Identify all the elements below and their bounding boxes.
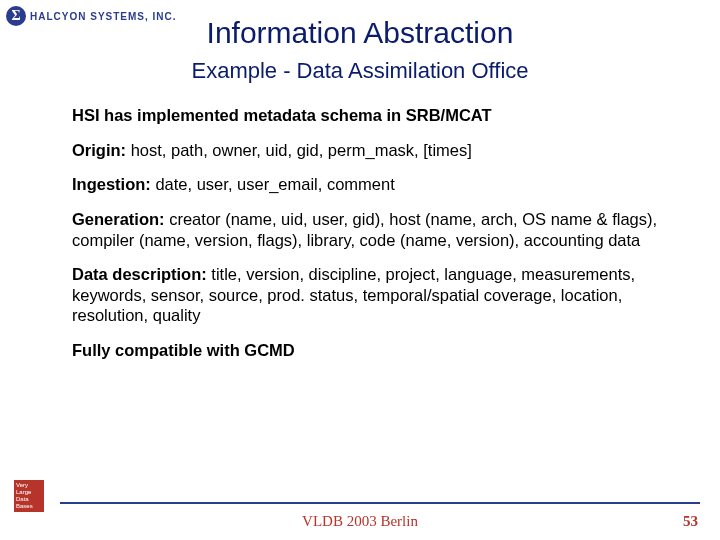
para-lead: Ingestion: (72, 175, 151, 193)
para-text: date, user, user_email, comment (151, 175, 395, 193)
para-lead: Data description: (72, 265, 207, 283)
slide-title: Information Abstraction (0, 16, 720, 50)
slide-subtitle: Example - Data Assimilation Office (0, 58, 720, 84)
footer-text: VLDB 2003 Berlin (0, 513, 720, 530)
para-lead: Origin: (72, 141, 126, 159)
slide-body: HSI has implemented metadata schema in S… (72, 105, 662, 375)
slide: Σ HALCYON SYSTEMS, INC. Information Abst… (0, 0, 720, 540)
para-data-description: Data description: title, version, discip… (72, 264, 662, 326)
badge-line: Very (16, 482, 42, 489)
footer-divider (60, 502, 700, 504)
para-gcmd: Fully compatible with GCMD (72, 340, 662, 361)
para-generation: Generation: creator (name, uid, user, gi… (72, 209, 662, 250)
para-ingestion: Ingestion: date, user, user_email, comme… (72, 174, 662, 195)
vldb-badge: Very Large Data Bases (14, 480, 44, 512)
para-text: HSI has implemented metadata schema in S… (72, 106, 492, 124)
para-text: host, path, owner, uid, gid, perm_mask, … (126, 141, 472, 159)
para-text: Fully compatible with GCMD (72, 341, 295, 359)
badge-line: Bases (16, 503, 42, 510)
para-lead: Generation: (72, 210, 165, 228)
para-intro: HSI has implemented metadata schema in S… (72, 105, 662, 126)
page-number: 53 (683, 513, 698, 530)
para-origin: Origin: host, path, owner, uid, gid, per… (72, 140, 662, 161)
badge-line: Data (16, 496, 42, 503)
badge-line: Large (16, 489, 42, 496)
